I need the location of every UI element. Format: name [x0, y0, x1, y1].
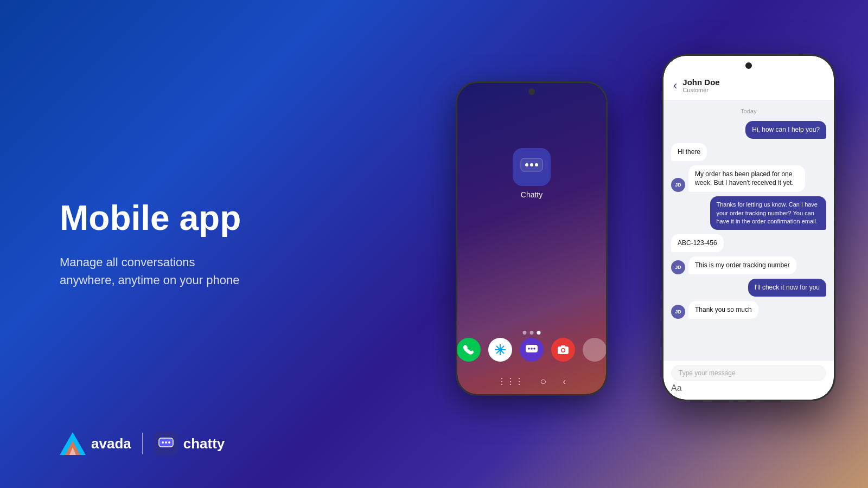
chatty-logo: chatty — [154, 432, 225, 455]
chat-back-button[interactable]: ‹ — [673, 79, 677, 93]
svg-point-12 — [530, 163, 533, 166]
chat-user-info: John Doe Customer — [682, 78, 824, 93]
phone-nav: ⋮⋮⋮ ○ ‹ — [497, 375, 565, 388]
chat-input-bottom: Aa — [671, 381, 826, 395]
message-8: Thank you so much — [688, 301, 758, 319]
dock-phone-icon[interactable] — [457, 338, 481, 362]
phone-back-inner: Chatty — [457, 83, 606, 394]
avada-text: avada — [91, 435, 131, 452]
dock-camera-icon[interactable] — [551, 338, 575, 362]
left-content: Mobile app Manage all conversations anyw… — [60, 199, 241, 289]
svg-point-13 — [535, 163, 538, 166]
svg-point-11 — [525, 163, 528, 166]
chat-date: Today — [671, 108, 826, 114]
svg-point-20 — [528, 348, 530, 350]
chatty-bubble-icon — [158, 438, 174, 450]
subtitle-line2: anywhere, anytime on your phone — [60, 273, 239, 287]
phone-back-notch — [528, 88, 535, 95]
message-8-row: JD Thank you so much — [671, 301, 826, 319]
phone-front-notch — [745, 62, 752, 69]
chat-user-name: John Doe — [682, 78, 824, 87]
phone-dock — [457, 338, 606, 362]
phone-front: ‹ John Doe Customer Today Hi, how can I … — [662, 54, 835, 401]
message-4: Thanks for letting us know. Can I have y… — [710, 196, 827, 230]
nav-menu-btn[interactable]: ⋮⋮⋮ — [497, 376, 524, 387]
svg-point-6 — [168, 441, 170, 444]
phone-call-icon — [463, 344, 475, 356]
subtitle-line1: Manage all conversations — [60, 255, 195, 269]
brand-divider — [142, 433, 143, 454]
phone-front-screen: ‹ John Doe Customer Today Hi, how can I … — [663, 56, 834, 400]
phone-back: Chatty — [456, 81, 608, 396]
message-1: Hi, how can I help you? — [745, 121, 826, 139]
svg-point-21 — [531, 348, 533, 350]
message-3: My order has been placed for one week. B… — [688, 165, 805, 192]
branding: avada chatty — [60, 432, 225, 455]
dot-3-active — [537, 331, 541, 335]
message-2: Hi there — [671, 143, 707, 161]
message-6-row: JD This is my order tracking number — [671, 256, 826, 274]
dot-1 — [523, 331, 527, 335]
chatty-icon-small — [154, 432, 178, 455]
dock-extra-icon[interactable] — [583, 338, 606, 362]
svg-rect-26 — [561, 345, 565, 347]
avada-logo: avada — [60, 432, 131, 455]
app-icon-container: Chatty — [513, 148, 551, 199]
avatar-jd-3: JD — [671, 305, 685, 319]
chatty-app-bubble-icon — [520, 158, 543, 176]
subtitle: Manage all conversations anywhere, anyti… — [60, 253, 241, 289]
dock-chat-icon[interactable] — [520, 338, 544, 362]
chatty-app-icon[interactable] — [513, 148, 551, 186]
svg-point-25 — [562, 349, 565, 352]
dock-flower-icon[interactable] — [488, 338, 512, 362]
chat-user-role: Customer — [682, 87, 824, 93]
svg-point-5 — [165, 441, 167, 444]
page-dots — [523, 331, 541, 335]
camera-icon — [557, 345, 569, 355]
svg-point-4 — [162, 441, 164, 444]
avada-icon — [60, 432, 86, 455]
chatty-text: chatty — [183, 435, 225, 452]
snowflake-icon — [494, 343, 507, 356]
phones-container: Chatty — [456, 54, 835, 434]
emoji-button[interactable]: Aa — [671, 383, 682, 393]
chat-input-area: Type your message Aa — [663, 360, 834, 400]
message-6: This is my order tracking number — [688, 256, 796, 274]
message-3-row: JD My order has been placed for one week… — [671, 165, 826, 192]
svg-point-22 — [533, 348, 535, 350]
avatar-jd-1: JD — [671, 178, 685, 192]
message-7: I'll check it now for you — [748, 279, 826, 297]
app-icon-label: Chatty — [521, 190, 542, 199]
nav-home-btn[interactable]: ○ — [540, 375, 546, 388]
nav-back-btn[interactable]: ‹ — [563, 377, 565, 387]
main-title: Mobile app — [60, 199, 241, 237]
dot-2 — [530, 331, 534, 335]
chat-input-field[interactable]: Type your message — [671, 365, 826, 381]
chat-messages: Today Hi, how can I help you? Hi there J… — [663, 100, 834, 360]
avatar-jd-2: JD — [671, 260, 685, 274]
message-5: ABC-123-456 — [671, 234, 724, 252]
chat-bubble-icon — [525, 344, 538, 355]
